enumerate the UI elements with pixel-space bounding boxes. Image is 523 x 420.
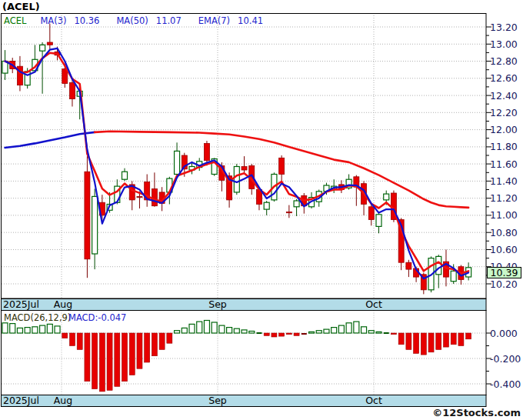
candle: [286, 205, 291, 218]
macd-bar: [271, 333, 277, 337]
macd-bar: [324, 329, 329, 333]
macd-bar: [264, 333, 269, 335]
y-axis-tick-label: 11.20: [490, 192, 518, 204]
candle: [122, 168, 128, 182]
macd-bar: [421, 333, 426, 355]
y-axis-tick-label: 12.60: [490, 72, 518, 84]
macd-bar: [137, 333, 142, 368]
macd-axis: 0.000-0.200-0.400: [486, 328, 521, 390]
candle: [85, 156, 90, 278]
candle: [242, 156, 247, 172]
candle: [145, 175, 150, 207]
macd-bar: [249, 332, 255, 334]
macd-bar: [47, 324, 52, 333]
macd-bar: [242, 330, 247, 333]
macd-bar: [40, 325, 45, 333]
macd-bar: [25, 328, 30, 333]
candle: [264, 201, 269, 215]
macd-current-value: MACD:-0.047: [68, 312, 126, 323]
stock-chart-window: (ACEL) ACELMA(3)10.36MA(50)11.07EMA(7)10…: [0, 0, 523, 420]
candle: [406, 260, 411, 277]
candle: [175, 142, 180, 175]
candle: [69, 80, 75, 107]
macd-bar: [451, 333, 456, 345]
macd-bar: [204, 321, 209, 334]
y-axis-tick-label: 12.20: [490, 107, 518, 118]
macd-bar: [115, 333, 120, 386]
x-axis-month-label: Sep: [208, 395, 227, 406]
price-macd-chart: 2025JulAugSepOct2025JulAugSepOct13.2013.…: [0, 0, 523, 420]
macd-bar: [436, 333, 441, 349]
candle: [361, 181, 367, 215]
candle: [234, 164, 239, 195]
macd-bar: [32, 327, 38, 333]
macd-bar: [361, 327, 367, 333]
macd-bar: [406, 333, 411, 349]
macd-bar: [77, 333, 82, 349]
y-axis-tick-label: 13.00: [490, 38, 518, 50]
macd-bar: [129, 333, 135, 375]
macd-bar: [159, 333, 165, 349]
x-axis-month-label: 2025Jul: [3, 395, 39, 406]
candle: [279, 155, 285, 181]
macd-bar: [99, 333, 105, 392]
candle: [354, 175, 359, 206]
macd-bar: [234, 328, 239, 333]
y-axis-tick-label: 11.40: [490, 175, 518, 187]
macd-bar: [279, 333, 285, 336]
macd-bar: [55, 326, 60, 333]
price-axis: 13.2013.0012.8012.6012.4012.2012.0011.80…: [486, 22, 518, 290]
candle: [436, 255, 441, 288]
candle: [47, 24, 52, 49]
macd-bar: [294, 333, 299, 335]
y-axis-tick-label: 13.20: [490, 22, 518, 33]
macd-bar: [85, 333, 90, 382]
macd-bar: [458, 333, 464, 346]
macd-bar: [145, 333, 150, 362]
y-axis-tick-label: 11.00: [490, 209, 518, 221]
macd-bar: [69, 333, 75, 346]
macd-bar: [428, 333, 434, 352]
y-axis-tick-label: 12.40: [490, 90, 518, 102]
macd-bar: [167, 333, 172, 343]
y-axis-tick-label: 11.80: [490, 141, 518, 152]
macd-tick-label: -0.200: [490, 353, 521, 365]
candle: [294, 199, 299, 216]
macd-bar: [286, 333, 291, 335]
macd-bar: [331, 328, 337, 333]
macd-bar: [443, 333, 448, 347]
macd-bar: [197, 322, 202, 333]
candle: [376, 213, 381, 234]
macd-bar: [398, 333, 404, 345]
chart-canvas: 2025JulAugSepOct2025JulAugSepOct13.2013.…: [0, 0, 523, 420]
macd-bars: [2, 321, 471, 392]
macd-tick-label: 0.000: [490, 328, 518, 339]
y-axis-tick-label: 12.80: [490, 55, 518, 67]
macd-bar: [219, 325, 225, 333]
macd-bar: [122, 333, 128, 382]
last-price-badge: 10.39: [487, 267, 521, 278]
macd-bar: [212, 322, 217, 333]
price-gridlines: [2, 27, 486, 284]
macd-bar: [2, 323, 8, 333]
y-axis-tick-label: 11.60: [490, 158, 518, 170]
macd-bar: [10, 324, 15, 333]
macd-bar: [309, 332, 315, 333]
macd-bar: [189, 324, 195, 333]
x-axis-month-label: Oct: [365, 395, 382, 406]
y-axis-tick-label: 10.80: [490, 227, 518, 238]
macd-bar: [466, 333, 471, 339]
candle: [40, 42, 45, 94]
x-axis-month-label: Sep: [208, 298, 227, 310]
y-axis-tick-label: 10.60: [490, 244, 518, 255]
macd-bar: [316, 331, 321, 333]
macd-bar: [17, 328, 22, 333]
macd-bar: [92, 333, 98, 389]
y-axis-tick-label: 12.00: [490, 124, 518, 135]
x-axis-month-label: 2025Jul: [3, 298, 39, 310]
x-axis-month-label: Aug: [54, 298, 72, 310]
macd-bar: [107, 333, 112, 390]
macd-bar: [414, 333, 419, 353]
macd-indicator-label: MACD(26,12,9): [4, 312, 71, 323]
macd-bar: [368, 331, 374, 333]
